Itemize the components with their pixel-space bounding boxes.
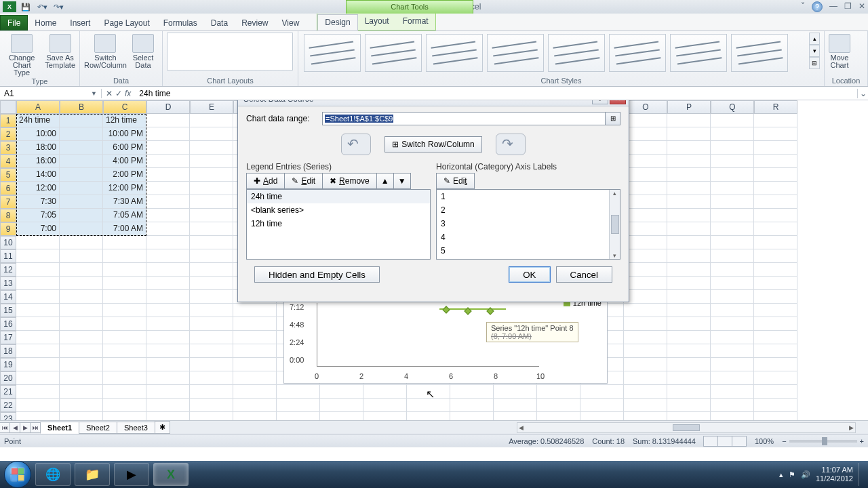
cell[interactable]	[60, 304, 103, 317]
cell[interactable]	[580, 399, 624, 412]
dialog-close-icon[interactable]: ✕	[610, 100, 626, 104]
style-thumb[interactable]	[365, 34, 422, 72]
cell[interactable]	[146, 209, 190, 222]
cell[interactable]	[60, 412, 103, 420]
cell[interactable]	[103, 358, 146, 371]
list-item[interactable]: 4	[437, 230, 620, 244]
cell[interactable]	[624, 195, 667, 209]
cell[interactable]	[667, 236, 711, 249]
row-header[interactable]: 9	[0, 222, 16, 236]
cell[interactable]	[103, 385, 146, 399]
row-header[interactable]: 7	[0, 195, 16, 209]
cell[interactable]	[711, 331, 754, 344]
cell[interactable]	[60, 263, 103, 277]
row-header[interactable]: 6	[0, 182, 16, 195]
list-item[interactable]: 2	[437, 203, 620, 217]
cell[interactable]	[190, 358, 233, 371]
cell[interactable]	[233, 358, 277, 371]
cell[interactable]	[450, 399, 494, 412]
cell[interactable]	[624, 222, 667, 236]
cell[interactable]	[754, 371, 797, 385]
row-header[interactable]: 1	[0, 114, 16, 127]
cell[interactable]	[60, 195, 103, 209]
cell[interactable]	[711, 304, 754, 317]
formula-expand-icon[interactable]: ⌄	[857, 89, 868, 98]
cell[interactable]	[363, 385, 407, 399]
cell[interactable]	[711, 412, 754, 420]
undo-icon[interactable]: ↶▾	[35, 1, 49, 12]
cell[interactable]	[711, 155, 754, 168]
cell[interactable]	[103, 249, 146, 263]
cell[interactable]	[16, 249, 60, 263]
cell[interactable]	[624, 263, 667, 277]
cell[interactable]	[711, 127, 754, 141]
cell[interactable]	[233, 304, 277, 317]
cell[interactable]	[190, 155, 233, 168]
style-thumb[interactable]	[426, 34, 483, 72]
cell[interactable]	[667, 249, 711, 263]
cell[interactable]	[60, 249, 103, 263]
cell[interactable]	[711, 399, 754, 412]
cell[interactable]	[146, 249, 190, 263]
cell[interactable]	[754, 155, 797, 168]
cell[interactable]	[277, 385, 320, 399]
cell[interactable]	[667, 358, 711, 371]
cell[interactable]	[624, 290, 667, 304]
tab-format[interactable]: Format	[396, 14, 435, 30]
cell[interactable]	[146, 114, 190, 127]
close-icon[interactable]: ✕	[859, 1, 865, 12]
cell[interactable]	[16, 304, 60, 317]
cell[interactable]	[190, 195, 233, 209]
cell[interactable]	[667, 155, 711, 168]
cell[interactable]	[190, 222, 233, 236]
tab-layout[interactable]: Layout	[358, 14, 396, 30]
cell[interactable]	[667, 399, 711, 412]
column-header[interactable]: E	[190, 100, 233, 114]
cell[interactable]	[711, 371, 754, 385]
cell[interactable]	[60, 114, 103, 127]
view-buttons[interactable]	[704, 436, 747, 447]
save-icon[interactable]: 💾	[19, 1, 33, 12]
cell[interactable]	[754, 290, 797, 304]
style-thumb[interactable]	[548, 34, 605, 72]
cell[interactable]	[754, 195, 797, 209]
cell[interactable]	[60, 344, 103, 358]
cell[interactable]	[146, 222, 190, 236]
cell[interactable]	[537, 385, 580, 399]
cell[interactable]	[103, 399, 146, 412]
column-header[interactable]: B	[60, 100, 103, 114]
cell[interactable]	[60, 141, 103, 155]
cell[interactable]	[450, 385, 494, 399]
chart-styles-gallery[interactable]	[302, 33, 804, 73]
cell[interactable]	[190, 371, 233, 385]
row-header[interactable]: 17	[0, 331, 16, 344]
cell[interactable]: 12:00 PM	[103, 182, 146, 195]
cell[interactable]	[190, 114, 233, 127]
cell[interactable]: 10:00 PM	[103, 127, 146, 141]
cell[interactable]	[407, 412, 450, 420]
series-listbox[interactable]: 24h time <blank series> 12h time	[246, 189, 431, 260]
cell[interactable]	[624, 249, 667, 263]
edit-axis-labels-button[interactable]: ✎Edit	[436, 173, 475, 189]
column-header[interactable]: D	[146, 100, 190, 114]
cell[interactable]: 7:05 AM	[103, 209, 146, 222]
cell[interactable]	[146, 358, 190, 371]
restore-icon[interactable]: ❐	[844, 1, 852, 12]
cell[interactable]	[754, 399, 797, 412]
enter-formula-icon[interactable]: ✓	[115, 89, 122, 98]
cell[interactable]	[233, 344, 277, 358]
cell[interactable]: 6:00 PM	[103, 141, 146, 155]
cell[interactable]	[146, 182, 190, 195]
row-header[interactable]: 10	[0, 236, 16, 249]
cell[interactable]	[624, 155, 667, 168]
cell[interactable]	[103, 236, 146, 249]
sheet-tab-sheet2[interactable]: Sheet2	[79, 422, 117, 434]
move-chart-button[interactable]: MoveChart	[829, 33, 850, 69]
cell[interactable]	[103, 317, 146, 331]
cell[interactable]	[711, 277, 754, 290]
cell[interactable]: 14:00	[16, 168, 60, 182]
cell[interactable]	[60, 277, 103, 290]
cell[interactable]	[711, 168, 754, 182]
style-thumb[interactable]	[487, 34, 544, 72]
cell[interactable]	[711, 195, 754, 209]
